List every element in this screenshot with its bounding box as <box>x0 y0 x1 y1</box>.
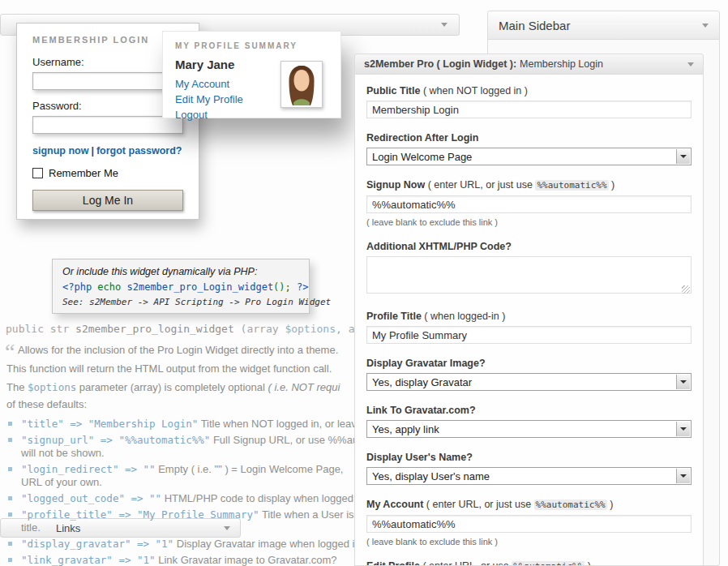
bullet-square-icon <box>8 512 12 517</box>
resize-handle-icon[interactable] <box>682 285 690 294</box>
field-label: Link To Gravatar.com? <box>366 405 692 416</box>
s2-fields: Public Title ( when NOT logged in )Redir… <box>366 85 692 566</box>
bullet-square-icon <box>8 422 12 426</box>
bullet-square-icon <box>8 496 12 500</box>
username-input[interactable] <box>32 72 183 90</box>
s2member-widget-panel: s2Member Pro ( Login Widget ): Membershi… <box>354 54 704 566</box>
s2member-widget-form: Public Title ( when NOT logged in )Redir… <box>354 75 704 566</box>
chevron-down-icon <box>680 427 687 431</box>
select-dropdown-button[interactable] <box>676 469 690 483</box>
field-label: Edit Profile ( enter URL, or use %%autom… <box>366 560 692 566</box>
field-select[interactable]: Login Welcome Page <box>366 148 692 165</box>
form-field-group: Display User's Name?Yes, display User's … <box>366 452 692 485</box>
field-textarea[interactable] <box>366 256 692 294</box>
field-select[interactable]: Yes, apply link <box>366 420 692 438</box>
avatar <box>280 61 323 108</box>
form-field-group: Edit Profile ( enter URL, or use %%autom… <box>366 560 692 566</box>
php-see-note: See: s2Member -> API Scripting -> Pro Lo… <box>62 297 299 307</box>
chevron-down-icon <box>680 380 687 384</box>
php-snippet-box: Or include this widget dynamically via P… <box>52 259 310 314</box>
field-label: Redirection After Login <box>366 132 692 144</box>
field-select[interactable]: Yes, display Gravatar <box>366 373 692 391</box>
widgets-page: Main Sidebar public str s2member_pro_log… <box>0 0 728 566</box>
login-links-row: signup now|forgot password? <box>32 145 183 157</box>
s2member-widget-name: s2Member Pro ( Login Widget ): <box>364 58 516 70</box>
s2member-widget-subtitle: Membership Login <box>520 58 603 70</box>
automatic-token: %%automatic%% <box>512 561 585 566</box>
field-text-input[interactable] <box>366 326 692 344</box>
form-field-group: Signup Now ( enter URL, or just use %%au… <box>366 179 692 227</box>
field-text-input[interactable] <box>366 515 692 533</box>
chevron-down-icon[interactable] <box>687 62 694 66</box>
logout-link[interactable]: Logout <box>175 107 328 122</box>
chevron-down-icon <box>680 474 687 478</box>
log-me-in-button[interactable]: Log Me In <box>32 190 183 211</box>
link-separator: | <box>88 145 96 157</box>
username-label: Username: <box>32 56 183 68</box>
quote-mark: “ <box>5 339 15 365</box>
form-field-group: Redirection After LoginLogin Welcome Pag… <box>366 132 692 165</box>
bullet-square-icon <box>8 542 12 546</box>
chevron-down-icon[interactable] <box>441 23 448 27</box>
automatic-token: %%automatic%% <box>535 180 608 191</box>
automatic-token: %%automatic%% <box>534 500 607 510</box>
form-field-group: My Account ( enter URL, or just use %%au… <box>366 499 692 547</box>
field-text-input[interactable] <box>366 101 692 118</box>
bullet-square-icon <box>8 438 12 442</box>
php-snippet-intro: Or include this widget dynamically via P… <box>62 266 299 277</box>
login-widget-title: MEMBERSHIP LOGIN <box>32 35 183 45</box>
avatar-image <box>283 63 320 105</box>
main-sidebar-header[interactable]: Main Sidebar <box>488 11 719 40</box>
remember-me-checkbox[interactable] <box>32 168 43 178</box>
php-code: <?php echo s2member_pro_Login_widget(); … <box>62 281 299 293</box>
form-field-group: Additional XHTML/PHP Code? <box>366 241 692 297</box>
field-label: Display User's Name? <box>366 452 692 463</box>
field-select[interactable]: Yes, display User's name <box>366 467 692 485</box>
password-input[interactable] <box>32 116 183 134</box>
field-label: My Account ( enter URL, or just use %%au… <box>366 499 692 511</box>
chevron-down-icon <box>680 155 687 158</box>
chevron-down-icon[interactable] <box>702 24 709 28</box>
field-label: Signup Now ( enter URL, or just use %%au… <box>366 179 692 191</box>
field-label: Public Title ( when NOT logged in ) <box>366 85 692 96</box>
forgot-password-link[interactable]: forgot password? <box>96 145 182 157</box>
main-sidebar-title: Main Sidebar <box>499 19 570 32</box>
bullet-square-icon <box>8 467 12 471</box>
select-dropdown-button[interactable] <box>676 422 690 436</box>
remember-me-label: Remember Me <box>49 167 118 179</box>
form-field-group: Public Title ( when NOT logged in ) <box>366 85 692 118</box>
profile-summary-card: MY PROFILE SUMMARY Mary Jane My Account … <box>162 31 341 118</box>
s2member-widget-header[interactable]: s2Member Pro ( Login Widget ): Membershi… <box>354 54 704 75</box>
form-field-group: Link To Gravatar.com?Yes, apply link <box>366 405 692 438</box>
form-field-group: Profile Title ( when logged-in ) <box>366 311 692 344</box>
field-note: ( leave blank to exclude this link ) <box>366 217 692 227</box>
profile-summary-title: MY PROFILE SUMMARY <box>175 41 328 50</box>
select-dropdown-button[interactable] <box>676 149 690 164</box>
field-label: Profile Title ( when logged-in ) <box>366 311 692 322</box>
bullet-square-icon <box>8 558 12 562</box>
field-label: Display Gravatar Image? <box>366 358 692 369</box>
select-dropdown-button[interactable] <box>676 375 690 389</box>
inline-code: $options <box>28 381 76 393</box>
password-label: Password: <box>32 100 183 112</box>
form-field-group: Display Gravatar Image?Yes, display Grav… <box>366 358 692 391</box>
field-label: Additional XHTML/PHP Code? <box>366 241 692 252</box>
field-note: ( leave blank to exclude this link ) <box>366 537 692 547</box>
signup-now-link[interactable]: signup now <box>32 145 88 157</box>
remember-me-row: Remember Me <box>32 167 183 179</box>
field-text-input[interactable] <box>366 195 692 213</box>
